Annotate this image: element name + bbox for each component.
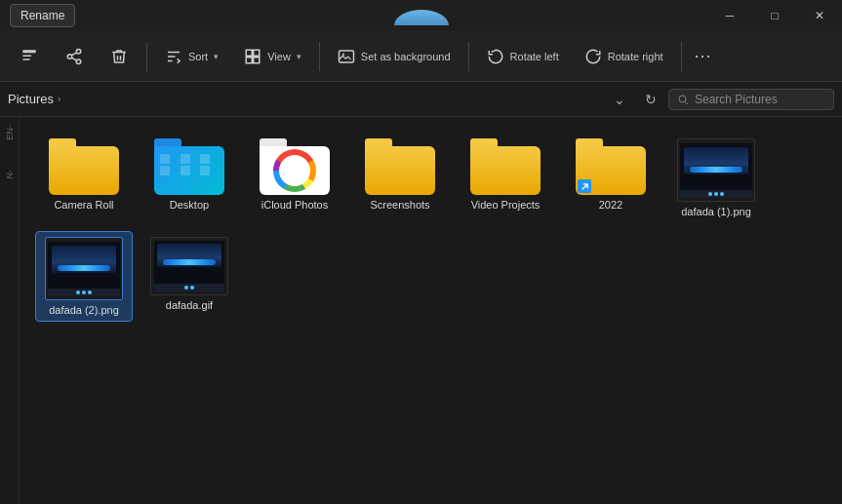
taskbar-icon: [392, 2, 451, 29]
set-background-button[interactable]: Set as background: [326, 35, 462, 78]
dot: [82, 291, 86, 294]
search-icon: [677, 94, 689, 105]
refresh-button[interactable]: ↻: [637, 86, 664, 113]
toolbar-separator-1: [146, 42, 147, 71]
dafada2-label: dafada (2).png: [49, 304, 119, 316]
file-item-icloud[interactable]: iCloud Photos: [246, 133, 343, 223]
maximize-button[interactable]: □: [752, 0, 797, 31]
share-button[interactable]: [53, 35, 96, 78]
view-chevron: ▾: [297, 52, 301, 61]
more-button[interactable]: ···: [688, 41, 719, 72]
dot: [88, 291, 92, 294]
sort-chevron: ▾: [214, 52, 219, 61]
dot: [190, 286, 194, 290]
breadcrumb-label[interactable]: Pictures: [8, 92, 54, 106]
rename-tag[interactable]: Rename: [10, 4, 75, 27]
rotate-right-label: Rotate right: [608, 51, 663, 62]
refresh-icon: ↻: [645, 92, 657, 107]
share-icon: [65, 48, 83, 65]
wallpaper-sim: [157, 244, 221, 267]
toolbar-separator-2: [319, 42, 320, 71]
icon-cell: [180, 154, 190, 164]
dafada1-screen: [680, 143, 752, 198]
toolbar-separator-3: [468, 42, 469, 71]
close-button[interactable]: ✕: [797, 0, 842, 31]
view-icon: [244, 48, 261, 65]
file-item-dafada2[interactable]: dafada (2).png: [35, 231, 133, 322]
title-bar-center: [392, 2, 451, 29]
dot: [720, 192, 724, 196]
dot: [714, 192, 718, 196]
file-item-dafadagif[interactable]: dafada.gif: [140, 231, 238, 322]
file-item-video-projects[interactable]: Video Projects: [457, 133, 554, 223]
icon-cell: [160, 154, 170, 164]
toolbar-separator-4: [681, 42, 682, 71]
file-item-2022[interactable]: 2022: [562, 133, 660, 223]
minimize-button[interactable]: ─: [707, 0, 752, 31]
search-input[interactable]: [695, 93, 822, 106]
breadcrumb-separator: ›: [58, 94, 60, 104]
folder-body: [365, 146, 435, 195]
file-item-screenshots[interactable]: Screenshots: [351, 133, 449, 223]
sidebar-label-2: N-: [5, 170, 15, 179]
desktop-art: [154, 146, 224, 195]
title-bar-left: Rename: [8, 4, 75, 27]
camera-roll-folder-icon: [49, 138, 119, 195]
file-item-dafada1[interactable]: dafada (1).png: [667, 133, 765, 223]
delete-button[interactable]: [98, 35, 140, 78]
file-item-desktop[interactable]: Desktop: [140, 133, 238, 223]
dot: [184, 286, 188, 290]
photo-orb-icon: [273, 149, 316, 192]
search-box: [668, 89, 834, 110]
wallpaper-sim: [52, 246, 116, 273]
more-dots: ···: [695, 46, 712, 66]
dafada1-thumbnail: [677, 138, 755, 202]
shortcut-arrow-icon: [581, 182, 589, 191]
rotate-left-button[interactable]: Rotate left: [475, 35, 571, 78]
dot: [76, 291, 80, 294]
rename-button[interactable]: [8, 35, 51, 78]
view-label: View: [267, 51, 291, 62]
2022-folder-icon: [576, 138, 646, 195]
left-sidebar: EN- N-: [0, 117, 20, 504]
rotate-right-icon: [584, 48, 602, 65]
file-item-camera-roll[interactable]: Camera Roll: [35, 133, 133, 223]
rotate-right-button[interactable]: Rotate right: [573, 35, 675, 78]
desktop-label: Desktop: [170, 199, 209, 211]
dafadagif-label: dafada.gif: [166, 299, 213, 311]
svg-line-11: [685, 101, 688, 104]
folder-body: [154, 146, 224, 195]
dropdown-chevron-icon: ⌄: [614, 92, 625, 107]
dafada2-screen: [48, 242, 120, 296]
dafada2-thumbnail: [45, 237, 123, 300]
sidebar-label-1: EN-: [5, 125, 15, 140]
svg-rect-1: [22, 50, 36, 53]
svg-point-0: [394, 10, 449, 25]
svg-rect-7: [254, 57, 260, 62]
sort-icon: [165, 48, 182, 65]
icon-cell: [180, 166, 190, 175]
taskbar-arch-icon: [392, 6, 451, 25]
folder-body: [49, 146, 119, 195]
breadcrumb-dropdown-button[interactable]: ⌄: [606, 86, 633, 113]
svg-rect-3: [22, 58, 30, 60]
view-button[interactable]: View ▾: [232, 35, 313, 78]
set-background-label: Set as background: [361, 51, 451, 62]
breadcrumb-actions: ⌄ ↻: [606, 86, 834, 113]
desktop-icon-grid: [160, 154, 219, 175]
delete-icon: [110, 48, 128, 65]
video-projects-label: Video Projects: [471, 199, 541, 211]
toolbar: Sort ▾ View ▾ Set as background Rotate l…: [0, 31, 842, 82]
dot: [708, 192, 712, 196]
folder-body: [470, 146, 541, 195]
wallpaper-sim: [684, 147, 748, 174]
set-background-icon: [338, 48, 355, 65]
breadcrumb-bar: Pictures › ⌄ ↻: [0, 82, 842, 117]
taskbar-sim: [48, 289, 120, 296]
icon-cell: [160, 166, 170, 175]
icloud-label: iCloud Photos: [261, 199, 329, 211]
sort-button[interactable]: Sort ▾: [153, 35, 230, 78]
main-content: EN- N- Camera Roll: [0, 117, 842, 504]
window-controls: ─ □ ✕: [707, 0, 842, 31]
breadcrumb-path: Pictures ›: [8, 92, 602, 106]
